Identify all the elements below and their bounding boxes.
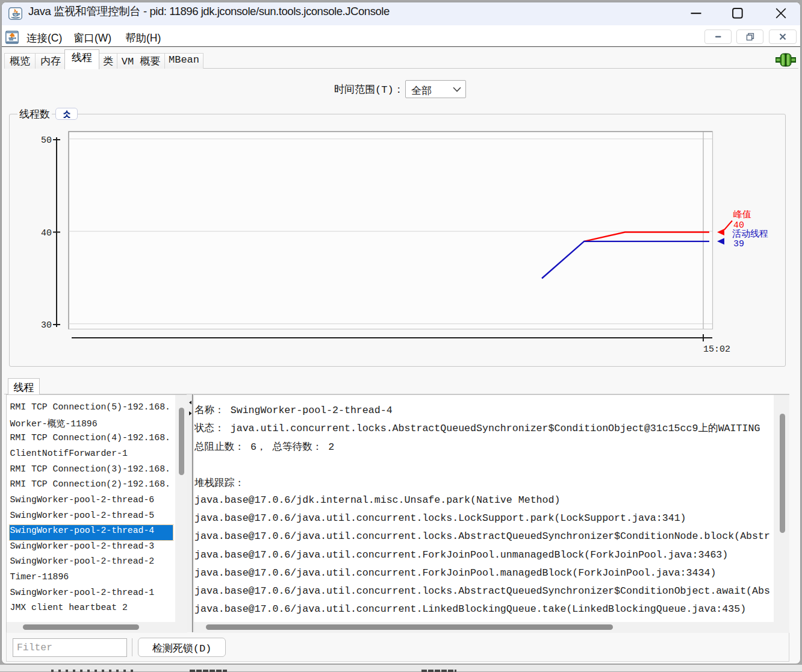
split-collapse-left-icon[interactable] xyxy=(189,400,192,405)
java-cup-icon xyxy=(8,7,22,20)
thread-detail-line: java.base@17.0.6/java.util.concurrent.Fo… xyxy=(194,567,772,579)
tab-memory[interactable]: 内存 xyxy=(35,53,66,69)
thread-detail-line: 状态： java.util.concurrent.locks.AbstractQ… xyxy=(194,422,772,435)
thread-list-item[interactable]: SwingWorker-pool-2-thread-3 xyxy=(10,540,173,556)
thread-list-vertical-scrollbar[interactable] xyxy=(175,395,187,622)
detail-horizontal-scrollbar[interactable] xyxy=(194,622,789,633)
java-frame-icon xyxy=(5,31,19,44)
thread-list-item[interactable]: SwingWorker-pool-2-thread-2 xyxy=(10,556,173,571)
background-text-fragment xyxy=(421,670,456,672)
thread-list-item[interactable]: SwingWorker-pool-2-thread-4 xyxy=(10,525,173,541)
menu-window[interactable]: 窗口(W) xyxy=(73,31,111,45)
background-text-fragment xyxy=(51,670,135,672)
thread-list-horizontal-scrollbar[interactable] xyxy=(7,622,187,633)
tab-thread-detail-selected[interactable]: 线程 xyxy=(8,378,40,394)
filter-placeholder: Filter xyxy=(17,642,52,653)
timerange-label: 时间范围(T)： xyxy=(334,82,404,96)
tab-label: VM 概要 xyxy=(122,56,161,67)
thread-detail-line: java.base@17.0.6/java.util.concurrent.lo… xyxy=(194,512,772,524)
thread-detail-pane: 名称： SwingWorker-pool-2-thread-4状态： java.… xyxy=(193,394,789,632)
scrollbar-thumb[interactable] xyxy=(23,624,139,630)
connected-plug-icon xyxy=(776,53,796,67)
timerange-combobox[interactable]: 全部 xyxy=(405,80,466,98)
menubar xyxy=(2,25,800,47)
tab-label: 线程 xyxy=(14,382,34,394)
menu-help[interactable]: 帮助(H) xyxy=(125,31,161,45)
tab-label: MBean xyxy=(169,54,199,66)
maximize-icon xyxy=(732,8,743,19)
inner-minimize-button[interactable] xyxy=(704,30,732,44)
thread-list-item[interactable]: RMI TCP Connection(3)-192.168. xyxy=(10,463,173,479)
expand-chart-icon xyxy=(63,110,71,118)
thread-detail-line: 堆栈跟踪： xyxy=(194,476,772,490)
thread-list-pane: RMI TCP Connection(5)-192.168.Worker-概览-… xyxy=(6,394,187,632)
background-text-fragment xyxy=(190,670,227,672)
maximize-button[interactable] xyxy=(726,5,749,22)
thread-detail-line: java.base@17.0.6/jdk.internal.misc.Unsaf… xyxy=(194,494,772,506)
chevron-down-icon xyxy=(453,87,461,92)
thread-detail-line: java.base@17.0.6/java.util.concurrent.lo… xyxy=(194,585,772,597)
scrollbar-thumb[interactable] xyxy=(179,408,184,475)
tab-label: 内存 xyxy=(40,56,61,67)
expand-chart-button[interactable] xyxy=(55,108,78,120)
thread-list-item[interactable]: RMI TCP Connection(2)-192.168. xyxy=(10,479,173,494)
tab-threads-selected[interactable]: 线程 xyxy=(64,49,99,69)
tab-label: 类 xyxy=(103,56,113,67)
tab-label: 概览 xyxy=(10,56,30,67)
thread-list-item[interactable]: SwingWorker-pool-2-thread-6 xyxy=(10,494,173,510)
tab-overview[interactable]: 概览 xyxy=(4,53,36,69)
thread-count-label: 线程数 xyxy=(17,107,52,121)
inner-restore-icon xyxy=(746,33,754,41)
menu-connect[interactable]: 连接(C) xyxy=(26,31,62,45)
thread-detail-line: java.base@17.0.6/java.util.concurrent.Fo… xyxy=(194,549,772,561)
filter-input[interactable]: Filter xyxy=(13,638,127,657)
detect-deadlock-button[interactable]: 检测死锁(D) xyxy=(138,638,226,657)
thread-list-item[interactable]: RMI TCP Connection(4)-192.168. xyxy=(10,432,173,448)
inner-minimize-icon xyxy=(715,36,721,38)
tab-label: 线程 xyxy=(72,52,92,64)
scrollbar-thumb[interactable] xyxy=(780,414,785,533)
detail-vertical-scrollbar[interactable] xyxy=(774,395,789,622)
tab-mbean[interactable]: MBean xyxy=(164,53,204,69)
tab-vm-summary[interactable]: VM 概要 xyxy=(117,53,165,69)
thread-list-item[interactable]: Timer-11896 xyxy=(10,571,173,587)
scrollbar-thumb[interactable] xyxy=(206,624,613,630)
thread-list-item[interactable]: JMX client heartbeat 2 xyxy=(10,602,173,618)
thread-detail-text[interactable]: 名称： SwingWorker-pool-2-thread-4状态： java.… xyxy=(194,395,774,622)
inner-close-button[interactable] xyxy=(769,30,797,44)
split-collapse-right-icon[interactable] xyxy=(189,411,192,415)
thread-list-item[interactable]: SwingWorker-pool-2-thread-1 xyxy=(10,586,173,602)
split-divider[interactable] xyxy=(187,394,193,632)
minimize-icon xyxy=(691,12,701,14)
thread-detail-line: java.base@17.0.6/java.util.concurrent.Li… xyxy=(194,603,772,615)
inner-close-icon xyxy=(780,34,786,40)
minimize-button[interactable] xyxy=(685,5,707,22)
thread-list-item[interactable]: ClientNotifForwarder-1 xyxy=(10,448,173,464)
thread-detail-line: 总阻止数： 6， 总等待数： 2 xyxy=(194,440,772,453)
thread-detail-line: 名称： SwingWorker-pool-2-thread-4 xyxy=(194,403,772,417)
tab-classes[interactable]: 类 xyxy=(99,53,117,69)
thread-detail-line: java.base@17.0.6/java.util.concurrent.lo… xyxy=(194,530,772,542)
thread-count-groupbox xyxy=(9,114,786,367)
filter-separator xyxy=(132,638,132,656)
close-button[interactable] xyxy=(769,5,792,22)
timerange-value: 全部 xyxy=(411,84,432,98)
button-label: 检测死锁(D) xyxy=(152,643,212,655)
window-title: Java 监视和管理控制台 - pid: 11896 jdk.jconsole/… xyxy=(28,4,390,19)
thread-list-item[interactable]: SwingWorker-pool-2-thread-5 xyxy=(10,509,173,525)
thread-list[interactable]: RMI TCP Connection(5)-192.168.Worker-概览-… xyxy=(7,395,175,622)
thread-list-item[interactable]: RMI TCP Connection(5)-192.168. xyxy=(10,402,173,417)
thread-list-item[interactable]: Worker-概览-11896 xyxy=(10,417,173,432)
inner-restore-button[interactable] xyxy=(736,30,763,44)
split-divider-line xyxy=(192,394,193,632)
close-icon xyxy=(776,8,786,19)
